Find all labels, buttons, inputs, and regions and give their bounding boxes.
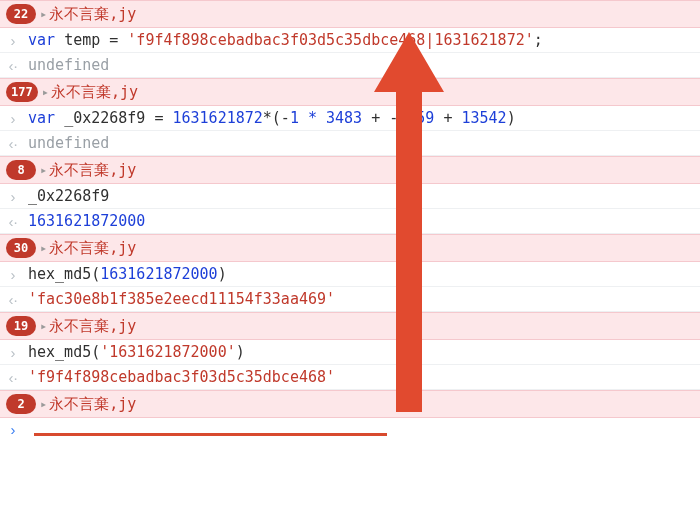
- disclosure-triangle-icon[interactable]: ▸: [40, 397, 47, 411]
- output-caret-icon: ‹·: [6, 57, 20, 74]
- disclosure-triangle-icon[interactable]: ▸: [40, 163, 47, 177]
- code-text: _0x2268f9: [28, 187, 109, 205]
- code-text: hex_md5(1631621872000): [28, 265, 227, 283]
- output-caret-icon: ‹·: [6, 369, 20, 386]
- disclosure-triangle-icon[interactable]: ▸: [42, 85, 49, 99]
- code-text: hex_md5('1631621872000'): [28, 343, 245, 361]
- input-caret-icon: ›: [6, 188, 20, 205]
- output-text: 'f9f4f898cebadbac3f03d5c35dbce468': [28, 368, 335, 386]
- banner-text: 永不言棄,jy: [49, 395, 136, 414]
- code-text: var _0x2268f9 = 1631621872*(-1 * 3483 + …: [28, 109, 516, 127]
- console-output-line: ‹· 1631621872000: [0, 209, 700, 234]
- repeat-count-badge: 8: [6, 160, 36, 180]
- repeat-count-badge: 22: [6, 4, 36, 24]
- input-caret-icon: ›: [6, 110, 20, 127]
- input-caret-icon: ›: [6, 344, 20, 361]
- input-caret-icon: ›: [6, 266, 20, 283]
- console-input-line[interactable]: › var temp = 'f9f4f898cebadbac3f03d5c35d…: [0, 28, 700, 53]
- console-output-line: ‹· 'f9f4f898cebadbac3f03d5c35dbce468': [0, 365, 700, 390]
- prompt-caret-icon: ›: [6, 421, 20, 438]
- input-caret-icon: ›: [6, 32, 20, 49]
- repeat-count-badge: 19: [6, 316, 36, 336]
- console-message-banner: 8 ▸ 永不言棄,jy: [0, 156, 700, 184]
- repeat-count-badge: 2: [6, 394, 36, 414]
- output-text: undefined: [28, 56, 109, 74]
- banner-text: 永不言棄,jy: [51, 83, 138, 102]
- console-input-line[interactable]: › var _0x2268f9 = 1631621872*(-1 * 3483 …: [0, 106, 700, 131]
- console-prompt[interactable]: ›: [0, 418, 700, 441]
- console-output-line: ‹· undefined: [0, 53, 700, 78]
- console-input-line[interactable]: › _0x2268f9: [0, 184, 700, 209]
- output-text: 'fac30e8b1f385e2eecd11154f33aa469': [28, 290, 335, 308]
- disclosure-triangle-icon[interactable]: ▸: [40, 241, 47, 255]
- repeat-count-badge: 177: [6, 82, 38, 102]
- console-message-banner: 19 ▸ 永不言棄,jy: [0, 312, 700, 340]
- disclosure-triangle-icon[interactable]: ▸: [40, 7, 47, 21]
- code-text: var temp = 'f9f4f898cebadbac3f03d5c35dbc…: [28, 31, 543, 49]
- disclosure-triangle-icon[interactable]: ▸: [40, 319, 47, 333]
- banner-text: 永不言棄,jy: [49, 5, 136, 24]
- console-output-line: ‹· undefined: [0, 131, 700, 156]
- output-text: 1631621872000: [28, 212, 145, 230]
- banner-text: 永不言棄,jy: [49, 161, 136, 180]
- console-message-banner: 30 ▸ 永不言棄,jy: [0, 234, 700, 262]
- output-caret-icon: ‹·: [6, 135, 20, 152]
- console-message-banner: 2 ▸ 永不言棄,jy: [0, 390, 700, 418]
- console-input-line[interactable]: › hex_md5('1631621872000'): [0, 340, 700, 365]
- banner-text: 永不言棄,jy: [49, 317, 136, 336]
- output-caret-icon: ‹·: [6, 291, 20, 308]
- output-text: undefined: [28, 134, 109, 152]
- banner-text: 永不言棄,jy: [49, 239, 136, 258]
- console-message-banner: 177 ▸ 永不言棄,jy: [0, 78, 700, 106]
- console-message-banner: 22 ▸ 永不言棄,jy: [0, 0, 700, 28]
- console-input-line[interactable]: › hex_md5(1631621872000): [0, 262, 700, 287]
- output-caret-icon: ‹·: [6, 213, 20, 230]
- repeat-count-badge: 30: [6, 238, 36, 258]
- console-output-line: ‹· 'fac30e8b1f385e2eecd11154f33aa469': [0, 287, 700, 312]
